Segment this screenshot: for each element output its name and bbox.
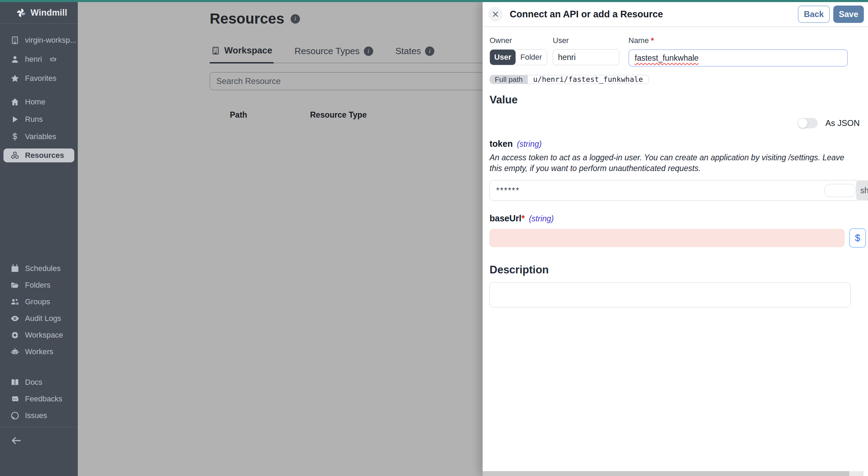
github-icon (10, 411, 19, 420)
sidebar-item-label: Groups (25, 297, 50, 306)
sidebar-item-runs[interactable]: Runs (0, 114, 78, 125)
name-input[interactable]: fastest_funkwhale (628, 49, 848, 67)
connect-api-drawer: Connect an API or add a Resource Back Sa… (483, 2, 868, 476)
sidebar-item-groups[interactable]: Groups (0, 296, 78, 307)
full-path-display: Full path u/henri/fastest_funkwhale (490, 75, 649, 84)
sidebar-item-favorites[interactable]: Favorites (0, 73, 78, 84)
sidebar-item-resources[interactable]: Resources (3, 148, 74, 162)
sidebar-item-feedbacks[interactable]: Feedbacks (0, 393, 78, 405)
back-button[interactable]: Back (798, 6, 830, 23)
home-icon (10, 97, 19, 107)
user-field-label: User (553, 36, 619, 45)
sidebar-item-label: Audit Logs (25, 314, 61, 323)
building-icon (10, 36, 19, 45)
owner-kind-toggle: User Folder (490, 49, 547, 65)
brand-row[interactable]: Windmill (0, 2, 78, 24)
person-icon (10, 55, 19, 64)
sidebar-item-label: Feedbacks (25, 394, 62, 403)
crown-icon (50, 56, 57, 63)
sidebar-item-workspace-switcher[interactable]: virgin-worksp... (0, 35, 78, 46)
sidebar-item-variables[interactable]: Variables (0, 131, 78, 142)
token-property-description: An access token to act as a logged-in us… (490, 152, 847, 174)
close-icon (491, 10, 500, 18)
folder-icon (10, 281, 19, 290)
toggle-knob (798, 118, 808, 128)
sidebar-item-label: Workspace (25, 331, 63, 340)
sidebar-item-workspace-settings[interactable]: Workspace (0, 330, 78, 341)
username-label: henri (25, 55, 42, 64)
sidebar-item-docs[interactable]: Docs (0, 377, 78, 388)
show-password-button[interactable]: sh (856, 180, 868, 201)
brand-name: Windmill (31, 8, 67, 18)
token-property-type: (string) (517, 139, 542, 149)
boxes-icon (10, 151, 19, 160)
owner-folder-option[interactable]: Folder (516, 50, 547, 65)
workspace-name-label: virgin-worksp... (25, 36, 76, 45)
sidebar: Windmill virgin-worksp... henri (0, 2, 78, 476)
owner-user-input[interactable]: henri (553, 49, 619, 65)
sidebar-item-label: Schedules (25, 264, 61, 273)
sidebar-item-label: Runs (25, 115, 43, 124)
gear-icon (10, 331, 19, 340)
sidebar-item-folders[interactable]: Folders (0, 280, 78, 291)
insert-variable-button[interactable]: $ (849, 228, 866, 248)
top-progress-bar (0, 0, 868, 2)
full-path-value: u/henri/fastest_funkwhale (528, 75, 649, 84)
save-button[interactable]: Save (833, 6, 864, 23)
description-textarea[interactable] (490, 282, 851, 307)
description-section-heading: Description (490, 264, 868, 276)
sidebar-item-audit-logs[interactable]: Audit Logs (0, 313, 78, 324)
sidebar-item-home[interactable]: Home (0, 96, 78, 108)
token-property-name: token (490, 139, 513, 149)
name-input-value: fastest_funkwhale (635, 53, 699, 63)
eye-icon (10, 314, 19, 323)
as-json-toggle[interactable] (798, 118, 818, 128)
close-drawer-button[interactable] (488, 7, 503, 22)
required-asterisk: * (521, 213, 525, 223)
sidebar-item-label: Home (25, 97, 45, 107)
full-path-badge: Full path (490, 75, 528, 84)
scrollbar-thumb[interactable] (483, 471, 849, 476)
baseurl-property-type: (string) (529, 214, 554, 223)
star-icon (10, 74, 19, 83)
discord-icon (10, 394, 19, 403)
windmill-logo-icon (16, 8, 26, 18)
sidebar-item-issues[interactable]: Issues (0, 410, 78, 421)
as-json-label: As JSON (825, 118, 860, 128)
sidebar-item-label: Folders (25, 281, 50, 290)
token-password-input[interactable]: ****** (490, 180, 860, 201)
users-icon (10, 297, 19, 306)
owner-label: Owner (490, 36, 547, 45)
drawer-header: Connect an API or add a Resource Back Sa… (483, 2, 868, 27)
sidebar-item-label: Resources (25, 151, 64, 160)
play-icon (10, 115, 19, 124)
sidebar-item-workers[interactable]: Workers (0, 346, 78, 357)
token-inline-pill[interactable] (824, 184, 856, 197)
horizontal-scrollbar[interactable] (483, 471, 863, 476)
dollar-icon (10, 132, 19, 141)
sidebar-item-label: Variables (25, 132, 56, 141)
sidebar-item-label: Issues (25, 411, 47, 420)
sidebar-item-user[interactable]: henri (0, 54, 78, 65)
baseurl-input[interactable] (490, 229, 844, 247)
drawer-title: Connect an API or add a Resource (510, 9, 798, 20)
book-icon (10, 378, 19, 387)
collapse-sidebar-button[interactable] (10, 435, 78, 447)
required-asterisk: * (651, 36, 654, 45)
baseurl-property-name: baseUrl* (490, 213, 525, 223)
sidebar-item-schedules[interactable]: Schedules (0, 263, 78, 274)
owner-user-option[interactable]: User (490, 50, 516, 65)
calendar-icon (10, 264, 19, 273)
sidebar-item-label: Workers (25, 347, 53, 356)
sidebar-item-label: Docs (25, 378, 42, 387)
name-field-label: Name * (628, 36, 848, 45)
value-section-heading: Value (490, 94, 868, 106)
robot-icon (10, 347, 19, 356)
sidebar-item-label: Favorites (25, 74, 56, 83)
